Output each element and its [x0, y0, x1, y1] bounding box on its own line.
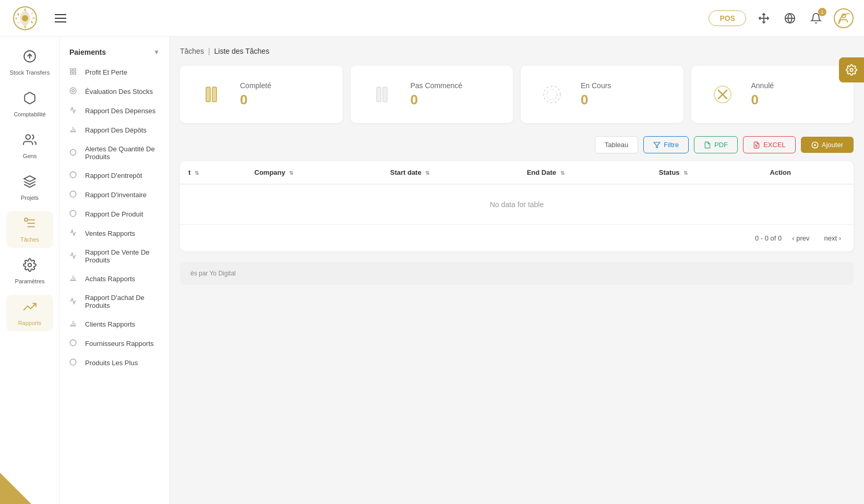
menu-item-achats-rapports[interactable]: Achats Rapports — [60, 269, 169, 289]
sidebar-item-rapports[interactable]: Rapports — [6, 295, 53, 331]
menu-item-clients-rapports[interactable]: Clients Rapports — [60, 315, 169, 334]
dropdown-header[interactable]: Paiements ▼ — [60, 42, 169, 63]
sidebar-item-gens[interactable]: Gens — [6, 128, 53, 164]
menu-item-rapport-inventaire[interactable]: Rapport D'inventaire — [60, 185, 169, 205]
stat-label-complete: Completé — [240, 81, 271, 90]
col-end-date[interactable]: End Date ⇅ — [519, 161, 651, 184]
stat-value-annule: 0 — [751, 92, 774, 108]
stat-label-en-cours: En Cours — [581, 81, 611, 90]
sort-arrows-status: ⇅ — [683, 170, 688, 176]
menu-label-rapport-inventaire: Rapport D'inventaire — [85, 191, 147, 199]
sidebar-item-projets[interactable]: Projets — [6, 170, 53, 206]
menu-item-alertes-quantite[interactable]: Alertes De Quantité De Produits — [60, 140, 169, 166]
stat-card-annule: Annulé 0 — [691, 66, 854, 123]
col-company[interactable]: Company ⇅ — [246, 161, 382, 184]
col-company-label: Company — [255, 169, 285, 176]
comptabilite-icon — [23, 91, 37, 108]
svg-point-39 — [70, 359, 76, 365]
annule-icon-wrap — [707, 79, 738, 110]
col-status-label: Status — [659, 169, 680, 176]
stat-value-pas-commence: 0 — [411, 92, 463, 108]
sort-arrows-start-date: ⇅ — [425, 170, 429, 176]
col-status[interactable]: Status ⇅ — [651, 161, 762, 184]
tasks-table: t ⇅ Company ⇅ Start date ⇅ End Date ⇅ — [180, 161, 854, 224]
col-action-label: Action — [770, 169, 791, 176]
col-end-date-label: End Date — [527, 169, 556, 176]
svg-point-27 — [70, 172, 76, 178]
col-t[interactable]: t ⇅ — [180, 161, 246, 184]
sidebar-item-taches[interactable]: Tâches — [6, 211, 53, 248]
menu-item-fournisseurs-rapports[interactable]: Fournisseurs Rapports — [60, 334, 169, 353]
next-button[interactable]: next › — [820, 232, 845, 244]
circle-icon-1 — [69, 87, 79, 96]
menu-item-rapport-entrepot[interactable]: Rapport D'entrepôt — [60, 166, 169, 185]
sidebar-item-parametres[interactable]: Paramètres — [6, 253, 53, 290]
svg-rect-44 — [383, 87, 387, 102]
header: POS 1 — [0, 0, 864, 37]
move-icon[interactable] — [755, 10, 772, 27]
menu-label-alertes-quantite: Alertes De Quantité De Produits — [85, 145, 160, 161]
svg-rect-41 — [206, 87, 210, 102]
pdf-button[interactable]: PDF — [694, 136, 738, 153]
hamburger-menu[interactable] — [55, 14, 66, 22]
settings-button-main[interactable] — [839, 57, 864, 82]
col-start-date[interactable]: Start date ⇅ — [382, 161, 519, 184]
parametres-icon — [23, 258, 37, 275]
stat-card-en-cours: En Cours 0 — [521, 66, 683, 123]
menu-item-rapport-produit[interactable]: Rapport De Produit — [60, 205, 169, 224]
menu-label-fournisseurs-rapports: Fournisseurs Rapports — [85, 340, 154, 347]
menu-label-ventes-rapports: Ventes Rapports — [85, 230, 135, 237]
table-header-row: t ⇅ Company ⇅ Start date ⇅ End Date ⇅ — [180, 161, 854, 184]
menu-label-rapport-entrepot: Rapport D'entrepôt — [85, 172, 142, 179]
stat-card-complete: Completé 0 — [180, 66, 343, 123]
ajouter-button[interactable]: Ajouter — [801, 137, 854, 153]
sidebar-label-taches: Tâches — [20, 236, 39, 243]
svg-marker-8 — [24, 176, 35, 182]
pas-commence-icon-wrap — [366, 79, 398, 110]
chevron-down-icon: ▼ — [153, 49, 160, 56]
menu-item-profit-perte[interactable]: Profit Et Perte — [60, 63, 169, 82]
svg-point-29 — [70, 210, 76, 217]
tableau-button[interactable]: Tableau — [595, 136, 639, 153]
no-data-cell: No data for table — [180, 184, 854, 224]
avatar[interactable] — [834, 8, 854, 28]
prev-button[interactable]: ‹ prev — [788, 232, 813, 244]
sidebar-item-comptabilite[interactable]: Comptabilité — [6, 86, 53, 123]
menu-item-ventes-rapports[interactable]: Ventes Rapports — [60, 224, 169, 243]
excel-button[interactable]: EXCEL — [743, 136, 796, 153]
menu-item-produits-les-plus[interactable]: Produits Les Plus — [60, 353, 169, 373]
notification-icon[interactable]: 1 — [808, 10, 824, 27]
circle-icon-4 — [69, 210, 79, 219]
sidebar-label-rapports: Rapports — [18, 320, 42, 326]
menu-item-evaluation-stocks[interactable]: Évaluation Des Stocks — [60, 82, 169, 101]
menu-label-profit-perte: Profit Et Perte — [85, 68, 127, 76]
svg-rect-17 — [70, 69, 73, 71]
pos-button[interactable]: POS — [709, 10, 746, 26]
filtre-label: Filtre — [664, 141, 679, 149]
svg-point-7 — [26, 135, 30, 139]
menu-item-rapport-depenses[interactable]: Rapport Des Dépenses — [60, 101, 169, 121]
svg-point-22 — [72, 90, 75, 92]
excel-label: EXCEL — [763, 141, 786, 149]
menu-item-rapport-depots[interactable]: Rapport Des Dépôts — [60, 121, 169, 140]
globe-icon[interactable] — [782, 10, 798, 27]
menu-item-rapport-achat-produits[interactable]: Rapport D'achat De Produits — [60, 289, 169, 315]
sort-arrows-t: ⇅ — [195, 170, 199, 176]
menu-item-rapport-vente-produits[interactable]: Rapport De Vente De Produits — [60, 243, 169, 269]
chart-bar-icon-1 — [69, 126, 79, 135]
svg-rect-15 — [25, 218, 27, 221]
sidebar-label-comptabilite: Comptabilité — [14, 111, 45, 117]
sidebar-item-stock-transfers[interactable]: Stock Transfers — [6, 44, 53, 81]
menu-label-rapport-depenses: Rapport Des Dépenses — [85, 107, 155, 115]
stat-info-en-cours: En Cours 0 — [581, 81, 611, 108]
stock-transfers-icon — [23, 50, 37, 66]
dropdown-menu: Paiements ▼ Profit Et Perte Évaluation D… — [60, 37, 170, 504]
col-t-label: t — [188, 169, 190, 176]
svg-point-45 — [544, 86, 560, 103]
menu-label-rapport-vente-produits: Rapport De Vente De Produits — [85, 248, 160, 264]
menu-label-rapport-depots: Rapport Des Dépôts — [85, 126, 147, 134]
chart-line-icon-2 — [69, 229, 79, 238]
projets-icon — [23, 175, 37, 191]
filtre-button[interactable]: Filtre — [643, 136, 689, 153]
svg-rect-42 — [212, 87, 217, 102]
